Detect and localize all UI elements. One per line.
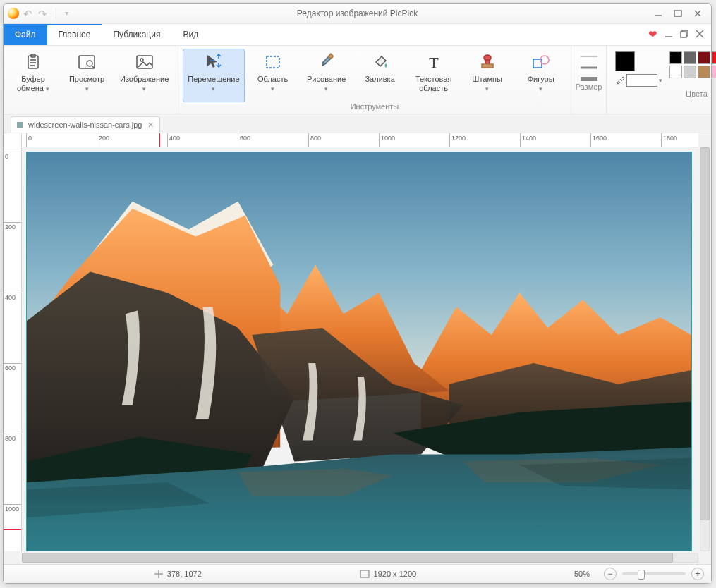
close-button[interactable] (691, 8, 704, 18)
secondary-color-swatch[interactable] (626, 74, 657, 87)
ruler-label: 800 (310, 135, 321, 142)
image-icon (135, 52, 154, 72)
dimensions-icon (360, 570, 370, 578)
group-colors: ▾ ▸ Цвета (607, 46, 716, 114)
move-icon (204, 52, 224, 72)
cursor-position: 378, 1072 (167, 570, 202, 578)
undo-icon[interactable]: ↶ (23, 8, 32, 19)
minimize-button[interactable] (652, 8, 665, 18)
svg-text:T: T (429, 54, 439, 71)
tool-fill[interactable]: Заливка (355, 49, 406, 102)
tool-move-label: Перемещение (188, 75, 239, 83)
status-cursor: 378, 1072 (154, 570, 202, 578)
svg-rect-29 (482, 64, 493, 68)
line-thick-icon[interactable] (579, 75, 599, 82)
group-size: Размер (571, 46, 607, 114)
color-swatch[interactable] (712, 66, 716, 78)
color-palette (669, 51, 716, 78)
shapes-icon (531, 52, 551, 72)
clipboard-icon (23, 52, 43, 72)
colors-caption: Цвета (686, 90, 708, 99)
workarea: 020040060080010001200140016001800 020040… (4, 133, 711, 564)
svg-rect-38 (360, 570, 369, 577)
color-swatch[interactable] (669, 66, 682, 78)
zoom-slider: − + (604, 568, 704, 580)
aux-minimize-icon[interactable] (665, 30, 673, 40)
redo-icon[interactable]: ↷ (38, 8, 47, 19)
zoom-out-button[interactable]: − (604, 568, 617, 580)
ruler-label: 0 (5, 153, 8, 160)
color-swatch[interactable] (684, 51, 696, 64)
clipboard-button[interactable]: Буфер обмена ▾ (8, 49, 59, 102)
color-swatch[interactable] (684, 66, 696, 78)
svg-rect-6 (681, 32, 686, 37)
tool-select[interactable]: Область▾ (248, 49, 298, 102)
svg-marker-19 (207, 55, 217, 68)
text-icon: T (424, 52, 444, 72)
image-content (27, 152, 691, 551)
zoom-in-button[interactable]: + (691, 568, 704, 580)
zoom-track[interactable] (622, 572, 686, 575)
preview-button[interactable]: Просмотр▾ (61, 49, 112, 102)
svg-rect-28 (485, 60, 490, 64)
tool-text[interactable]: T Текстовая область (408, 49, 459, 102)
tools-caption: Инструменты (351, 102, 399, 112)
close-document-icon[interactable]: ✕ (147, 121, 154, 130)
ribbon: Буфер обмена ▾ Просмотр▾ Изображение▾ Пе… (4, 46, 711, 114)
tool-draw[interactable]: Рисование▾ (301, 49, 352, 102)
tool-shapes[interactable]: Фигуры▾ (516, 49, 566, 102)
svg-rect-24 (267, 56, 279, 68)
image-button[interactable]: Изображение▾ (115, 49, 174, 102)
favorite-icon[interactable]: ❤ (648, 28, 657, 41)
tab-file[interactable]: Файл (4, 24, 47, 45)
app-icon (8, 8, 19, 19)
window-title: Редактор изображений PicPick (297, 8, 418, 18)
ruler-label: 400 (5, 294, 16, 301)
canvas[interactable] (26, 152, 692, 551)
color-swatch[interactable] (698, 66, 710, 78)
ruler-label: 1600 (593, 135, 607, 142)
tab-home[interactable]: Главное (47, 24, 102, 45)
line-thin-icon[interactable] (579, 53, 599, 60)
tool-shapes-label: Фигуры (528, 75, 554, 83)
tool-move[interactable]: Перемещение▾ (183, 49, 244, 102)
tool-draw-label: Рисование (307, 75, 346, 83)
canvas-viewport[interactable] (22, 147, 698, 551)
horizontal-scrollbar[interactable] (22, 551, 698, 564)
crosshair-icon (154, 570, 163, 578)
ruler-label: 1400 (522, 135, 536, 142)
ruler-label: 1000 (5, 506, 19, 513)
ruler-label: 200 (99, 135, 109, 142)
eyedropper-icon[interactable] (615, 75, 625, 85)
tab-view[interactable]: Вид (171, 24, 210, 45)
ruler-label: 1200 (451, 135, 466, 142)
stamp-icon (478, 52, 497, 72)
zoom-value: 50% (574, 570, 590, 578)
aux-restore-icon[interactable] (680, 30, 688, 40)
line-med-icon[interactable] (579, 64, 599, 71)
zoom-thumb[interactable] (638, 570, 645, 580)
tool-fill-label: Заливка (365, 75, 394, 83)
image-label: Изображение (120, 75, 169, 83)
color-swatch[interactable] (712, 51, 716, 64)
doc-icon (17, 122, 23, 128)
status-dimensions: 1920 x 1200 (360, 570, 417, 578)
document-tabstrip: widescreen-walls-nissan-cars.jpg ✕ (4, 114, 711, 133)
preview-icon (77, 52, 97, 72)
bucket-icon (370, 52, 390, 72)
primary-color-swatch[interactable] (615, 51, 635, 71)
ruler-label: 200 (5, 223, 16, 231)
vertical-scrollbar[interactable] (698, 147, 711, 551)
maximize-button[interactable] (672, 8, 684, 18)
aux-close-icon[interactable] (696, 30, 704, 40)
color-swatch[interactable] (698, 51, 710, 64)
tool-stamp-label: Штампы (472, 75, 502, 83)
color-dropdown-icon[interactable]: ▾ (659, 77, 662, 84)
tab-publish[interactable]: Публикация (102, 24, 171, 45)
color-swatch[interactable] (669, 51, 682, 64)
window-buttons (645, 8, 711, 18)
tool-stamp[interactable]: Штампы▾ (462, 49, 513, 102)
document-tab[interactable]: widescreen-walls-nissan-cars.jpg ✕ (11, 116, 160, 133)
qat-customize-icon[interactable]: ▾ (65, 10, 68, 17)
ruler-label: 600 (5, 365, 16, 372)
